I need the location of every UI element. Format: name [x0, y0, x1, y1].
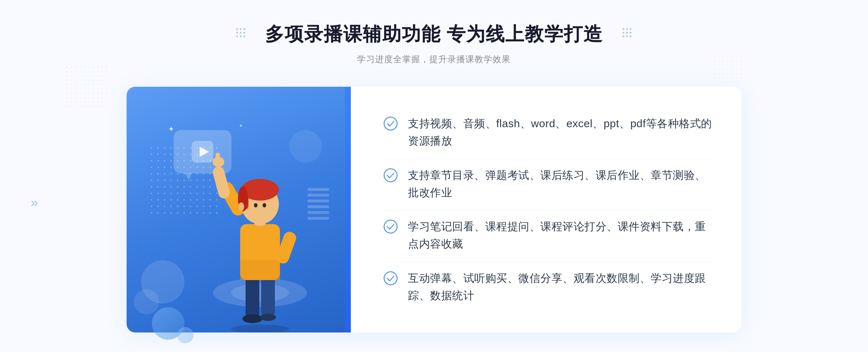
dots-decoration-left — [65, 65, 109, 108]
dot-grid-right — [622, 28, 632, 38]
header-section: 多项录播课辅助功能 专为线上教学打造 学习进度全掌握，提升录播课教学效果 — [265, 22, 603, 65]
arrow-decoration-left: » — [31, 195, 38, 210]
svg-point-20 — [263, 203, 266, 207]
svg-point-4 — [231, 325, 289, 332]
deco-circle-small — [177, 327, 193, 343]
svg-point-7 — [242, 314, 263, 323]
feature-item-3: 学习笔记回看、课程提问、课程评论打分、课件资料下载，重点内容收藏 — [383, 210, 712, 260]
svg-point-27 — [384, 272, 397, 285]
human-figure-illustration — [204, 137, 320, 332]
feature-text-4: 互动弹幕、试听购买、微信分享、观看次数限制、学习进度跟踪、数据统计 — [408, 270, 712, 304]
dot-grid-left — [236, 28, 246, 38]
features-panel: 支持视频、音频、flash、word、excel、ppt、pdf等各种格式的资源… — [351, 87, 741, 332]
feature-text-2: 支持章节目录、弹题考试、课后练习、课后作业、章节测验、批改作业 — [408, 167, 712, 201]
svg-point-19 — [254, 203, 258, 207]
page-title: 多项录播课辅助功能 专为线上教学打造 — [265, 22, 603, 47]
content-card: ✦ ✦ — [127, 87, 741, 332]
header-dots-right — [622, 28, 632, 38]
feature-item-4: 互动弹幕、试听购买、微信分享、观看次数限制、学习进度跟踪、数据统计 — [383, 262, 712, 312]
svg-point-25 — [384, 169, 397, 182]
feature-item-2: 支持章节目录、弹题考试、课后练习、课后作业、章节测验、批改作业 — [383, 159, 712, 209]
svg-rect-6 — [261, 275, 275, 316]
svg-point-3 — [231, 284, 289, 302]
svg-rect-23 — [216, 153, 220, 164]
header-dots-left — [236, 28, 246, 38]
feature-text-3: 学习笔记回看、课程提问、课程评论打分、课件资料下载，重点内容收藏 — [408, 218, 712, 253]
svg-point-24 — [384, 117, 397, 130]
page-container: » 多项录播课辅助功能 专为线上教学打造 学习进度全掌握，提升录播课教学效果 — [0, 0, 868, 352]
svg-point-8 — [260, 314, 276, 321]
check-icon-3 — [383, 219, 398, 234]
svg-rect-5 — [246, 275, 259, 318]
dots-decoration-right — [712, 54, 741, 83]
check-icon-1 — [383, 116, 398, 131]
illustration-panel: ✦ ✦ — [127, 87, 351, 332]
check-icon-2 — [383, 168, 398, 183]
feature-text-1: 支持视频、音频、flash、word、excel、ppt、pdf等各种格式的资源… — [408, 115, 712, 150]
svg-point-26 — [384, 220, 397, 233]
svg-rect-10 — [240, 260, 280, 280]
check-icon-4 — [383, 271, 398, 286]
feature-item-1: 支持视频、音频、flash、word、excel、ppt、pdf等各种格式的资源… — [383, 108, 712, 157]
page-subtitle: 学习进度全掌握，提升录播课教学效果 — [265, 53, 603, 65]
sparkle-icon-2: ✦ — [239, 123, 243, 129]
svg-point-21 — [238, 202, 244, 211]
illustration-circle-2 — [134, 289, 159, 314]
sparkle-icon: ✦ — [168, 125, 174, 133]
